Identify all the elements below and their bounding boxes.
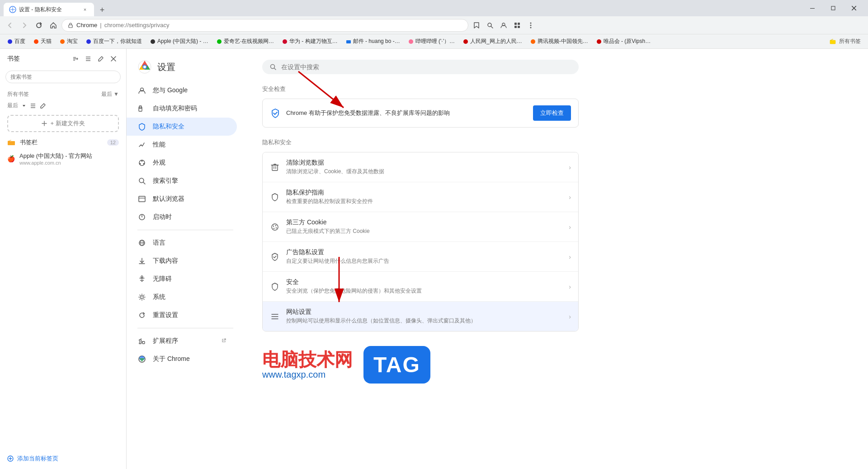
site-settings-item[interactable]: 网站设置 控制网站可以使用和显示什么信息（如位置信息、摄像头、弹出式窗口及其他）… — [263, 302, 578, 331]
new-tab-button[interactable]: + — [96, 4, 108, 16]
tab-search-button[interactable] — [484, 19, 496, 32]
sidebar-sort-button[interactable] — [70, 53, 81, 64]
bookmark-button[interactable] — [470, 19, 483, 32]
bookmark-iqiyi[interactable]: 爱奇艺·在线视频网… — [213, 36, 278, 47]
bookmark-apple[interactable]: Apple (中国大陆) - … — [146, 36, 212, 47]
menu-button[interactable] — [524, 19, 537, 32]
google-label: 您与 Google — [153, 86, 188, 95]
performance-label: 性能 — [153, 141, 165, 149]
apple-favicon: 🍎 — [7, 155, 15, 162]
settings-nav-reset[interactable]: 重置设置 — [127, 306, 237, 324]
tab-close-button[interactable]: × — [81, 6, 89, 13]
settings-title: 设置 — [157, 61, 175, 73]
bookmarks-bar-folder[interactable]: 书签栏 12 — [0, 136, 126, 149]
forward-button[interactable] — [18, 19, 31, 32]
svg-rect-28 — [830, 40, 835, 44]
bookmark-baidu2-icon — [86, 39, 91, 44]
settings-nav-accessibility[interactable]: 无障碍 — [127, 270, 237, 288]
cookie-content: 第三方 Cookie 已阻止无痕模式下的第三方 Cookie — [286, 218, 562, 235]
svg-point-19 — [86, 39, 91, 44]
sidebar-close-button[interactable] — [108, 53, 119, 64]
settings-nav-system[interactable]: 系统 — [127, 288, 237, 306]
settings-nav-search[interactable]: 搜索引擎 — [127, 172, 237, 190]
clear-browsing-data-item[interactable]: 清除浏览数据 清除浏览记录、Cookie、缓存及其他数据 › — [263, 152, 578, 182]
settings-nav-performance[interactable]: 性能 — [127, 136, 237, 154]
restore-button[interactable] — [823, 1, 844, 15]
clear-browsing-icon — [270, 162, 280, 172]
settings-nav-startup[interactable]: 启动时 — [127, 208, 237, 226]
sidebar-search-input[interactable] — [5, 71, 121, 83]
nav-divider-2 — [137, 328, 233, 328]
active-tab[interactable]: 设置 - 隐私和安全 × — [4, 3, 94, 16]
minimize-button[interactable] — [802, 1, 823, 15]
bookmark-baidu2[interactable]: 百度一下，你就知道 — [82, 36, 146, 47]
bookmark-vipshop[interactable]: 唯品会 - (原Vipsh… — [593, 36, 654, 47]
security-arrow: › — [569, 283, 571, 290]
sidebar-title: 书签 — [7, 55, 66, 63]
bookmark-renmin[interactable]: 人民网_网上的人民… — [459, 36, 526, 47]
privacy-settings-list: 清除浏览数据 清除浏览记录、Cookie、缓存及其他数据 › 隐私保护指南 — [262, 152, 579, 332]
back-button[interactable] — [4, 19, 16, 32]
accessibility-label: 无障碍 — [153, 275, 172, 283]
bookmark-tencent-video[interactable]: 腾讯视频-中国领先… — [527, 36, 592, 47]
security-check-button[interactable]: 立即检查 — [533, 105, 571, 121]
sidebar-view-button[interactable] — [83, 53, 94, 64]
settings-nav-language[interactable]: 语言 — [127, 234, 237, 252]
svg-rect-23 — [346, 40, 351, 43]
all-bookmarks-button[interactable]: 所有书签 — [826, 36, 864, 47]
bookmark-huawei[interactable]: 华为 - 构建万物互… — [278, 36, 341, 47]
security-check-section-title: 安全检查 — [262, 85, 850, 93]
site-settings-content: 网站设置 控制网站可以使用和显示什么信息（如位置信息、摄像头、弹出式窗口及其他） — [286, 308, 562, 325]
main-area: 书签 — [0, 49, 868, 469]
system-icon — [137, 293, 146, 302]
tab-favicon — [9, 6, 16, 13]
cookie-title: 第三方 Cookie — [286, 218, 562, 227]
third-party-cookie-item[interactable]: 第三方 Cookie 已阻止无痕模式下的第三方 Cookie › — [263, 212, 578, 242]
watermark-tag-box: TAG — [363, 346, 430, 384]
ad-privacy-item[interactable]: 广告隐私设置 自定义要让网站使用什么信息向您展示广告 › — [263, 242, 578, 272]
profile-button[interactable] — [497, 19, 510, 32]
settings-nav-extensions[interactable]: 扩展程序 — [127, 332, 237, 350]
bookmark-baidu[interactable]: 百度 — [4, 36, 29, 47]
privacy-icon — [137, 122, 146, 131]
bookmark-iqiyi-icon — [217, 39, 222, 44]
bookmark-baidu-icon — [7, 39, 13, 44]
settings-nav-about[interactable]: 关于 Chrome — [127, 350, 237, 368]
home-button[interactable] — [47, 19, 60, 32]
bookmark-bilibili[interactable]: 哔哩哔哩 ('·'）… — [405, 36, 458, 47]
svg-point-15 — [530, 27, 532, 28]
security-item[interactable]: 安全 安全浏览（保护您免受危险网站的侵害）和其他安全设置 › — [263, 272, 578, 302]
bookmark-tianmao[interactable]: 天猫 — [30, 36, 55, 47]
svg-rect-59 — [139, 196, 145, 202]
address-bar[interactable]: Chrome | chrome://settings/privacy — [61, 19, 468, 32]
sidebar-bookmark-apple[interactable]: 🍎 Apple (中国大陆) - 官方网站 www.apple.com.cn — [0, 149, 126, 168]
svg-rect-5 — [69, 25, 72, 28]
ad-privacy-title: 广告隐私设置 — [286, 248, 562, 256]
add-current-tab-button[interactable]: 添加当前标签页 — [7, 452, 119, 465]
reset-label: 重置设置 — [153, 311, 178, 319]
accessibility-icon — [137, 275, 146, 284]
settings-nav-autofill[interactable]: 自动填充和密码 — [127, 99, 237, 118]
external-link-icon — [222, 338, 226, 344]
bookmark-taobao[interactable]: 淘宝 — [56, 36, 81, 47]
close-button[interactable] — [844, 1, 864, 15]
title-bar: 设置 - 隐私和安全 × + — [0, 0, 868, 16]
cookie-desc: 已阻止无痕模式下的第三方 Cookie — [286, 227, 562, 235]
list-view-icon[interactable] — [30, 103, 36, 109]
sidebar-edit-button[interactable] — [95, 53, 106, 64]
google-icon — [137, 86, 146, 95]
bookmark-email[interactable]: 邮件 - huang bo -… — [342, 36, 404, 47]
edit-pencil-icon[interactable] — [40, 103, 46, 109]
extensions-button[interactable] — [511, 19, 524, 32]
bookmark-email-icon — [346, 39, 351, 44]
new-folder-button[interactable]: + 新建文件夹 — [7, 115, 119, 132]
settings-nav-privacy[interactable]: 隐私和安全 — [127, 118, 237, 136]
settings-nav-appearance[interactable]: 外观 — [127, 154, 237, 172]
settings-nav-default-browser[interactable]: 默认浏览器 — [127, 190, 237, 208]
refresh-button[interactable] — [33, 19, 45, 32]
privacy-guide-item[interactable]: 隐私保护指南 检查重要的隐私控制设置和安全控件 › — [263, 182, 578, 212]
settings-nav-downloads[interactable]: 下载内容 — [127, 252, 237, 270]
settings-search-bar — [262, 60, 579, 74]
settings-nav-google[interactable]: 您与 Google — [127, 81, 237, 99]
settings-search-input[interactable] — [281, 63, 571, 71]
